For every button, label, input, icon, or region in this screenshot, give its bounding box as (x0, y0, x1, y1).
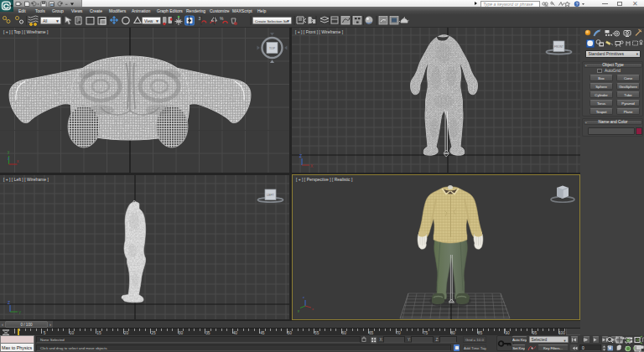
svg-text:?: ? (575, 2, 578, 7)
svg-text:Z: Z (8, 300, 10, 305)
svg-text:y: y (298, 308, 299, 313)
svg-text:%: % (220, 16, 224, 21)
svg-text:x: x (312, 307, 314, 311)
svg-text:LEFT: LEFT (267, 194, 273, 197)
svg-text:x: x (17, 159, 19, 163)
svg-text:z: z (8, 157, 10, 161)
svg-text:Z: Z (299, 153, 302, 158)
svg-text:TOP: TOP (269, 47, 276, 50)
svg-text:3: 3 (199, 16, 201, 21)
svg-text:FRONT: FRONT (554, 45, 564, 49)
svg-text:z: z (303, 295, 304, 299)
